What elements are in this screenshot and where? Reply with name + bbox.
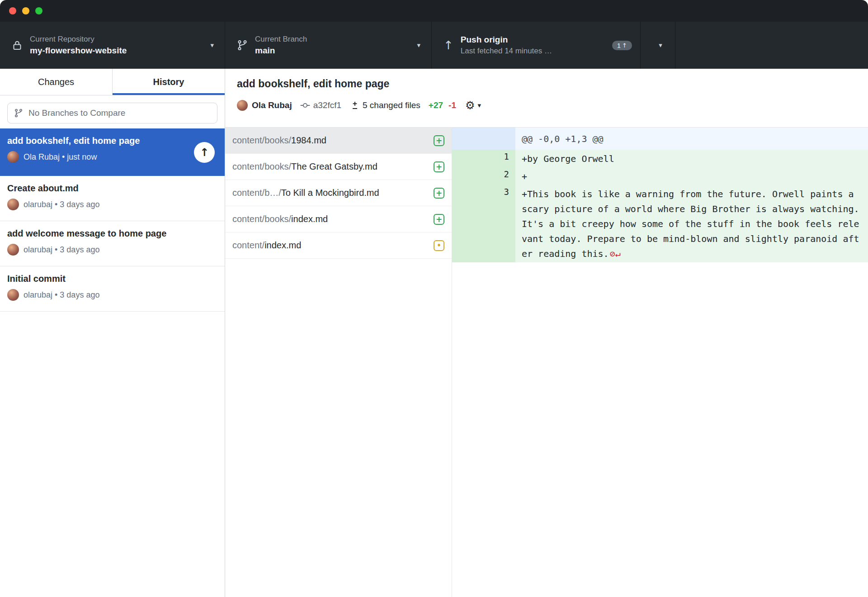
diff-hunk-text: @@ -0,0 +1,3 @@ [515,128,868,150]
commit-history-list: add bookshelf, edit home page Ola Rubaj … [0,128,225,597]
avatar [7,244,19,256]
commit-list-item[interactable]: add bookshelf, edit home page Ola Rubaj … [0,128,225,176]
commit-byline: Ola Rubaj • just now [24,152,97,162]
commit-title: Initial commit [7,274,193,284]
current-repository-button[interactable]: Current Repository my-flowershow-website… [0,22,225,69]
file-row[interactable]: content/index.md • [225,232,452,259]
file-dir: content/books/ [232,214,291,224]
file-dir: content/b…/ [232,188,281,198]
current-branch-label: Current Branch [255,35,411,44]
arrow-up-icon: ↑ [443,38,453,52]
commit-title: add welcome message to home page [7,228,193,239]
file-dir: content/ [232,240,264,250]
commit-detail-title: add bookshelf, edit home page [237,78,868,90]
sidebar-tabs: Changes History [0,69,225,95]
current-repository-value: my-flowershow-website [30,46,205,56]
diff-viewer: @@ -0,0 +1,3 @@ 1 +by George Orwell 2 + [452,128,868,597]
file-row[interactable]: content/b…/To Kill a Mockingbird.md + [225,180,452,206]
file-row[interactable]: content/books/1984.md + [225,128,452,154]
file-name: The Great Gatsby.md [291,161,377,171]
file-row[interactable]: content/books/index.md + [225,206,452,232]
avatar [7,151,19,163]
gear-icon: ⚙ [465,99,475,112]
file-name: To Kill a Mockingbird.md [281,188,379,198]
diff-line-text: +This book is like a warning from the fu… [522,189,865,259]
titlebar [0,0,868,22]
chevron-down-icon: ▾ [210,41,214,49]
diff-hunk-gutter [452,128,515,150]
file-added-icon: + [434,188,444,199]
push-options-dropdown[interactable]: ▾ [641,22,675,69]
commit-detail-panel: add bookshelf, edit home page Ola Rubaj … [225,69,868,597]
diff-icon [350,101,359,110]
git-branch-icon [237,40,248,51]
chevron-down-icon: ▾ [417,41,420,49]
unpushed-count: 1 [617,42,621,49]
diff-line-added: 2 + [452,167,868,185]
commit-list-item[interactable]: Create about.md olarubaj • 3 days ago [0,176,225,221]
lock-icon [12,40,23,51]
branch-compare-input[interactable]: No Branches to Compare [7,103,217,123]
branch-compare-wrap: No Branches to Compare [0,95,225,128]
current-branch-button[interactable]: Current Branch main ▾ [225,22,432,69]
commit-author: Ola Rubaj [252,100,292,110]
commit-list-item[interactable]: add welcome message to home page olaruba… [0,221,225,266]
diff-line-added: 3 +This book is like a warning from the … [452,185,868,262]
file-name: index.md [291,214,328,224]
file-name: 1984.md [291,135,326,145]
diff-line-added: 1 +by George Orwell [452,150,868,167]
push-origin-title: Push origin [461,35,608,45]
file-dir: content/books/ [232,135,291,145]
arrow-up-icon: ↑ [200,146,209,159]
current-branch-value: main [255,46,411,56]
zoom-window-button[interactable] [35,7,42,14]
file-row[interactable]: content/books/The Great Gatsby.md + [225,154,452,180]
new-line-number: 2 [479,167,515,185]
diff-options-button[interactable]: ⚙ ▾ [465,99,481,112]
new-line-number: 3 [479,185,515,262]
push-origin-subtitle: Last fetched 14 minutes … [461,47,608,56]
file-added-icon: + [434,214,444,225]
branch-compare-placeholder: No Branches to Compare [28,108,125,118]
arrow-up-icon: ↑ [622,42,627,49]
chevron-down-icon: ▾ [659,41,662,49]
old-line-number [452,150,479,167]
file-modified-icon: • [434,240,444,251]
unpushed-count-badge: 1 ↑ [612,41,632,50]
minimize-window-button[interactable] [22,7,29,14]
commit-byline: olarubaj • 3 days ago [24,200,99,209]
diff-hunk-header: @@ -0,0 +1,3 @@ [452,128,868,150]
no-newline-icon: ⊘↵ [610,248,621,259]
file-dir: content/books/ [232,161,291,171]
close-window-button[interactable] [9,7,16,14]
avatar [237,100,248,111]
old-line-number [452,185,479,262]
commit-detail-header: add bookshelf, edit home page Ola Rubaj … [225,69,868,128]
current-repository-label: Current Repository [30,35,205,44]
diff-line-text: + [515,167,868,185]
push-origin-button[interactable]: ↑ Push origin Last fetched 14 minutes … … [432,22,641,69]
old-line-number [452,167,479,185]
tab-history[interactable]: History [113,69,225,95]
changed-files-list: content/books/1984.md + content/books/Th… [225,128,452,597]
avatar [7,199,19,210]
toolbar-empty-space [675,22,868,69]
commit-title: add bookshelf, edit home page [7,136,193,146]
git-branch-icon [14,109,23,118]
diff-line-text: +This book is like a warning from the fu… [515,185,868,262]
commit-sha: a32fcf1 [313,100,341,110]
additions-count: +27 [429,100,443,110]
file-added-icon: + [434,161,444,172]
toolbar: Current Repository my-flowershow-website… [0,22,868,69]
changed-files-count: 5 changed files [363,100,420,110]
chevron-down-icon: ▾ [478,101,481,109]
new-line-number: 1 [479,150,515,167]
unpushed-commit-indicator[interactable]: ↑ [194,142,215,163]
app-window: Current Repository my-flowershow-website… [0,0,868,597]
git-commit-icon [300,100,310,110]
tab-changes[interactable]: Changes [0,69,113,95]
commit-list-item[interactable]: Initial commit olarubaj • 3 days ago [0,266,225,312]
file-added-icon: + [434,135,444,146]
sidebar: Changes History No Branches to Compare a… [0,69,225,597]
file-name: index.md [264,240,301,250]
